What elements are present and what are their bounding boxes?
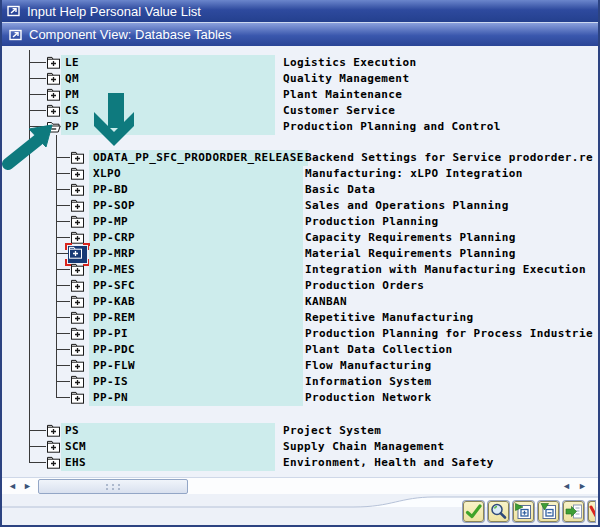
tree-row-scm: SCMSupply Chain Management [2, 439, 600, 455]
tree-connector-line [56, 397, 70, 398]
find-button[interactable] [488, 501, 509, 522]
folder-expand-icon[interactable] [70, 215, 85, 229]
node-description: Plant Maintenance [283, 87, 402, 103]
tree-connector-line [29, 78, 46, 79]
node-description: Production Planning for Process Industri… [305, 326, 593, 342]
scrollbar-thumb[interactable] [38, 479, 188, 494]
node-label-pp-mes[interactable]: PP-MES [89, 262, 303, 278]
tree-connector-line [56, 221, 70, 222]
tree-connector-line [56, 365, 70, 366]
tree-connector-line [56, 349, 70, 350]
folder-expand-icon[interactable] [46, 104, 61, 118]
node-description: Basic Data [305, 182, 375, 198]
dialog-toolbar [459, 501, 595, 522]
collapse-subtree-button[interactable] [538, 501, 559, 522]
tree-row-pp-pn: PP-PNProduction Network [2, 390, 600, 406]
node-description: Material Requirements Planning [305, 246, 516, 262]
node-description: Production Planning and Control [283, 119, 501, 135]
folder-expand-icon[interactable] [46, 88, 61, 102]
folder-expand-icon[interactable] [70, 327, 85, 341]
node-label-pp-pdc[interactable]: PP-PDC [89, 342, 303, 358]
expand-node-icon [514, 502, 533, 521]
folder-expand-icon[interactable] [70, 359, 85, 373]
tree-row-pp: PPProduction Planning and Control [2, 119, 600, 135]
tree-row-pp-bd: PP-BDBasic Data [2, 182, 600, 198]
tree-connector-line [56, 269, 70, 270]
node-label-ps[interactable]: PS [61, 423, 275, 439]
node-label-ehs[interactable]: EHS [61, 455, 275, 471]
folder-expand-icon[interactable] [70, 311, 85, 325]
node-label-pp-bd[interactable]: PP-BD [89, 182, 303, 198]
folder-expand-icon[interactable] [70, 375, 85, 389]
node-label-pp-pn[interactable]: PP-PN [89, 390, 303, 406]
node-description: Project System [283, 423, 381, 439]
tree-connector-line [56, 189, 70, 190]
folder-expand-icon[interactable] [70, 183, 85, 197]
node-label-pp-rem[interactable]: PP-REM [89, 310, 303, 326]
node-description: Repetitive Manufacturing [305, 310, 474, 326]
node-label-pp[interactable]: PP [61, 119, 275, 135]
node-label-pm[interactable]: PM [61, 87, 275, 103]
node-label-pp-mp[interactable]: PP-MP [89, 214, 303, 230]
node-label-pp-mrp[interactable]: PP-MRP [89, 246, 303, 262]
window-title: Input Help Personal Value List [27, 4, 201, 19]
node-description: Backend Settings for Service prodorder.r… [305, 150, 593, 166]
folder-expand-icon[interactable] [70, 391, 85, 405]
cancel-button-partial[interactable] [588, 501, 595, 522]
dialog-title: Component View: Database Tables [29, 27, 232, 42]
node-label-pp-is[interactable]: PP-IS [89, 374, 303, 390]
node-label-le[interactable]: LE [61, 55, 275, 71]
scroll-right-icon[interactable]: ► [21, 478, 34, 494]
component-tree: LELogistics Execution QMQuality Manageme… [2, 46, 598, 475]
node-description: KANBAN [305, 294, 347, 310]
node-label-odata_pp_sfc_prodorder_release[interactable]: ODATA_PP_SFC_PRODORDER_RELEASE [89, 150, 308, 166]
folder-expand-icon[interactable] [70, 199, 85, 213]
folder-expand-icon[interactable] [70, 295, 85, 309]
tree-row-xlpo: XLPOManufacturing: xLPO Integration [2, 166, 600, 182]
folder-expand-icon[interactable] [46, 424, 61, 438]
scroll-left-icon[interactable]: ◄ [6, 478, 19, 494]
tree-row-pp-rem: PP-REMRepetitive Manufacturing [2, 310, 600, 326]
node-description: Production Planning [305, 214, 438, 230]
tree-row-ps: PSProject System [2, 423, 600, 439]
node-label-pp-pi[interactable]: PP-PI [89, 326, 303, 342]
tree-row-le: LELogistics Execution [2, 55, 600, 71]
tree-connector-line [29, 50, 30, 463]
folder-expand-icon[interactable] [70, 263, 85, 277]
folder-expand-icon[interactable] [46, 72, 61, 86]
folder-expand-icon[interactable] [70, 279, 85, 293]
node-description: Capacity Requirements Planning [305, 230, 516, 246]
thumb-grip-icon [105, 483, 121, 491]
scroll-left-icon[interactable]: ◄ [560, 478, 573, 494]
transfer-button[interactable] [563, 501, 584, 522]
folder-expand-icon[interactable] [70, 167, 85, 181]
node-label-scm[interactable]: SCM [61, 439, 275, 455]
node-description: Production Orders [305, 278, 424, 294]
node-label-pp-sfc[interactable]: PP-SFC [89, 278, 303, 294]
node-label-xlpo[interactable]: XLPO [89, 166, 303, 182]
node-label-qm[interactable]: QM [61, 71, 275, 87]
folder-expand-icon[interactable] [46, 440, 61, 454]
expand-subtree-button[interactable] [513, 501, 534, 522]
green-check-icon [464, 502, 483, 521]
tree-connector-line [29, 430, 46, 431]
tree-connector-line [29, 110, 46, 111]
tree-row-pp-mrp: PP-MRPMaterial Requirements Planning [2, 246, 600, 262]
folder-open-icon[interactable] [46, 120, 61, 134]
continue-button[interactable] [463, 501, 484, 522]
folder-expand-icon[interactable] [46, 56, 61, 70]
tree-connector-line [56, 205, 70, 206]
folder-expand-icon[interactable] [46, 456, 61, 470]
collapse-node-icon [539, 502, 558, 521]
node-label-pp-crp[interactable]: PP-CRP [89, 230, 303, 246]
scroll-right-icon[interactable]: ► [576, 478, 589, 494]
node-label-pp-kab[interactable]: PP-KAB [89, 294, 303, 310]
folder-expand-icon[interactable] [70, 247, 85, 261]
transfer-arrow-icon [564, 502, 583, 521]
folder-expand-icon[interactable] [70, 151, 85, 165]
node-label-cs[interactable]: CS [61, 103, 275, 119]
tree-row-pp-sop: PP-SOPSales and Operations Planning [2, 198, 600, 214]
node-label-pp-flw[interactable]: PP-FLW [89, 358, 303, 374]
node-label-pp-sop[interactable]: PP-SOP [89, 198, 303, 214]
folder-expand-icon[interactable] [70, 343, 85, 357]
